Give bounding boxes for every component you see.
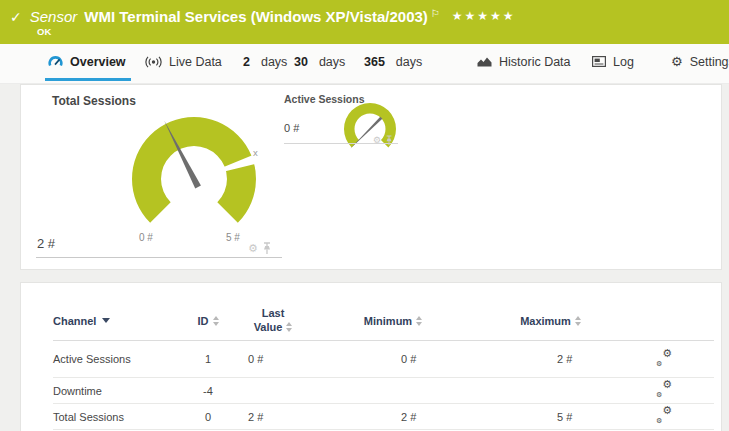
total-sessions-current-value: 2 # bbox=[37, 236, 55, 251]
channel-settings-gears-icon[interactable]: ⚙ ⚙ bbox=[656, 408, 672, 423]
gauge-settings-gear-icon[interactable]: ⚙ bbox=[248, 243, 258, 254]
table-row: Active Sessions 1 0 # 0 # 2 # ⚙ ⚙ bbox=[53, 341, 714, 378]
channel-settings-gears-icon[interactable]: ⚙ ⚙ bbox=[656, 351, 672, 366]
channel-name[interactable]: Total Sessions bbox=[53, 411, 183, 423]
channel-id: -4 bbox=[183, 385, 233, 397]
tab-number: 30 bbox=[294, 55, 308, 69]
minimum-value: 0 # bbox=[313, 353, 473, 365]
channel-table-panel: Channel ID Last Value Minimum bbox=[20, 282, 722, 431]
tab-30-days[interactable]: 30 days bbox=[294, 44, 345, 79]
channel-table: Channel ID Last Value Minimum bbox=[53, 301, 714, 430]
maximum-value: 5 # bbox=[473, 411, 628, 423]
column-header-maximum[interactable]: Maximum bbox=[473, 315, 628, 327]
tab-bar: Overview Live Data 2 days 30 days 365 da… bbox=[0, 44, 729, 84]
historic-data-icon bbox=[477, 56, 492, 67]
tab-settings[interactable]: ⚙ Settings bbox=[671, 44, 729, 79]
gauge-icon bbox=[48, 56, 63, 67]
total-sessions-gauge-title: Total Sessions bbox=[52, 94, 136, 108]
status-badge: OK bbox=[37, 26, 51, 37]
tab-label: Log bbox=[613, 55, 634, 69]
flag-icon: ⚐ bbox=[431, 8, 440, 19]
gauge-corner-icons: ⚙ bbox=[373, 135, 393, 146]
tab-overview[interactable]: Overview bbox=[48, 44, 126, 79]
log-icon bbox=[592, 56, 606, 67]
live-data-icon bbox=[145, 56, 162, 68]
tab-label: days bbox=[261, 55, 287, 69]
table-row: Downtime -4 ⚙ ⚙ bbox=[53, 378, 714, 404]
column-header-channel[interactable]: Channel bbox=[53, 315, 183, 327]
sensor-name: WMI Terminal Services (Windows XP/Vista/… bbox=[84, 8, 428, 25]
pin-icon[interactable] bbox=[262, 242, 272, 255]
tab-historic-data[interactable]: Historic Data bbox=[477, 44, 571, 79]
channel-id: 1 bbox=[183, 353, 233, 365]
gauge-arc bbox=[132, 117, 256, 223]
column-header-id[interactable]: ID bbox=[183, 315, 233, 327]
channel-settings-gears-icon[interactable]: ⚙ ⚙ bbox=[656, 382, 672, 397]
sort-desc-icon bbox=[102, 318, 110, 323]
tab-label: Settings bbox=[690, 55, 729, 69]
sort-icon bbox=[286, 322, 292, 332]
tab-label: Historic Data bbox=[499, 55, 571, 69]
gear-icon: ⚙ bbox=[671, 55, 683, 68]
sort-icon bbox=[575, 316, 581, 326]
column-header-last-value[interactable]: Last Value bbox=[233, 307, 313, 335]
channel-id: 0 bbox=[183, 411, 233, 423]
channel-name[interactable]: Active Sessions bbox=[53, 353, 183, 365]
tab-label: Live Data bbox=[169, 55, 222, 69]
tab-2-days[interactable]: 2 days bbox=[243, 44, 287, 79]
last-value: 0 # bbox=[233, 353, 313, 365]
tab-number: 2 bbox=[243, 55, 250, 69]
table-row: Total Sessions 0 2 # 2 # 5 # ⚙ ⚙ bbox=[53, 404, 714, 430]
last-value: 2 # bbox=[233, 411, 313, 423]
tab-number: 365 bbox=[364, 55, 385, 69]
tab-log[interactable]: Log bbox=[592, 44, 634, 79]
column-header-minimum[interactable]: Minimum bbox=[313, 315, 473, 327]
table-header-row: Channel ID Last Value Minimum bbox=[53, 301, 714, 341]
gauge-corner-icons: ⚙ bbox=[248, 242, 272, 255]
total-sessions-gauge: x bbox=[109, 113, 279, 245]
gauge-scale-min: 0 # bbox=[139, 232, 153, 243]
sort-icon bbox=[213, 316, 219, 326]
tab-label: days bbox=[319, 55, 345, 69]
gauge-settings-gear-icon[interactable]: ⚙ bbox=[373, 136, 381, 145]
sensor-title-bar: ✓ Sensor WMI Terminal Services (Windows … bbox=[0, 0, 729, 44]
gauge-marker-label: x bbox=[253, 147, 258, 158]
maximum-value: 2 # bbox=[473, 353, 628, 365]
tab-live-data[interactable]: Live Data bbox=[145, 44, 222, 79]
active-sessions-gauge bbox=[338, 97, 402, 161]
object-kind-label: Sensor bbox=[30, 8, 78, 25]
channel-name[interactable]: Downtime bbox=[53, 385, 183, 397]
pin-icon[interactable] bbox=[385, 135, 393, 146]
tab-365-days[interactable]: 365 days bbox=[364, 44, 422, 79]
sort-icon bbox=[416, 316, 422, 326]
gauge-scale-max: 5 # bbox=[226, 232, 240, 243]
gauge-baseline bbox=[36, 257, 282, 258]
priority-stars[interactable]: ★★★★★ bbox=[452, 9, 516, 23]
ok-check-icon: ✓ bbox=[10, 9, 22, 25]
active-sessions-current-value: 0 # bbox=[284, 122, 299, 134]
tab-label: days bbox=[396, 55, 422, 69]
gauges-panel: Total Sessions x 0 # 5 # 2 # ⚙ Active Se… bbox=[20, 84, 722, 270]
tab-label: Overview bbox=[70, 55, 126, 69]
minimum-value: 2 # bbox=[313, 411, 473, 423]
